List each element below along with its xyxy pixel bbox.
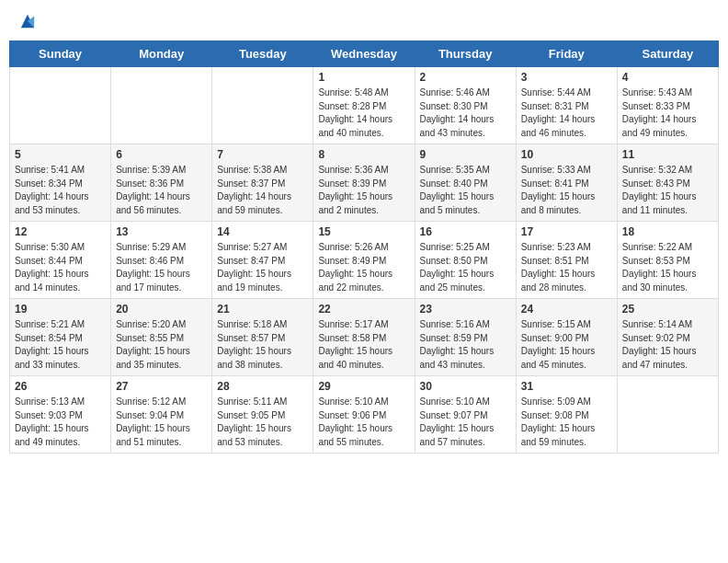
day-number: 4: [622, 71, 713, 84]
day-info: Sunrise: 5:10 AM Sunset: 9:07 PM Dayligh…: [420, 396, 511, 449]
calendar-cell: 24Sunrise: 5:15 AM Sunset: 9:00 PM Dayli…: [516, 299, 617, 376]
calendar-cell: 16Sunrise: 5:25 AM Sunset: 8:50 PM Dayli…: [415, 222, 516, 299]
calendar-cell: 21Sunrise: 5:18 AM Sunset: 8:57 PM Dayli…: [212, 299, 313, 376]
day-number: 16: [420, 225, 511, 238]
day-info: Sunrise: 5:44 AM Sunset: 8:31 PM Dayligh…: [521, 86, 612, 140]
weekday-header-friday: Friday: [516, 41, 617, 67]
weekday-header-saturday: Saturday: [617, 41, 718, 67]
calendar-cell: 10Sunrise: 5:33 AM Sunset: 8:41 PM Dayli…: [516, 144, 617, 222]
calendar-cell: 7Sunrise: 5:38 AM Sunset: 8:37 PM Daylig…: [212, 144, 313, 222]
day-info: Sunrise: 5:10 AM Sunset: 9:06 PM Dayligh…: [318, 396, 409, 449]
day-info: Sunrise: 5:32 AM Sunset: 8:43 PM Dayligh…: [622, 164, 713, 217]
day-number: 23: [420, 303, 511, 316]
calendar-cell: 23Sunrise: 5:16 AM Sunset: 8:59 PM Dayli…: [415, 299, 516, 376]
day-info: Sunrise: 5:29 AM Sunset: 8:46 PM Dayligh…: [116, 241, 207, 294]
day-number: 30: [420, 380, 511, 393]
day-info: Sunrise: 5:38 AM Sunset: 8:37 PM Dayligh…: [217, 164, 308, 217]
day-number: 29: [318, 380, 409, 393]
day-number: 2: [420, 71, 511, 84]
day-info: Sunrise: 5:33 AM Sunset: 8:41 PM Dayligh…: [521, 164, 612, 217]
weekday-header-sunday: Sunday: [10, 41, 111, 67]
calendar-week-row: 5Sunrise: 5:41 AM Sunset: 8:34 PM Daylig…: [10, 144, 719, 222]
day-number: 9: [420, 148, 511, 161]
calendar-cell: 25Sunrise: 5:14 AM Sunset: 9:02 PM Dayli…: [617, 299, 718, 376]
day-info: Sunrise: 5:17 AM Sunset: 8:58 PM Dayligh…: [318, 318, 409, 372]
day-info: Sunrise: 5:39 AM Sunset: 8:36 PM Dayligh…: [116, 164, 207, 217]
day-number: 19: [15, 303, 106, 316]
day-info: Sunrise: 5:43 AM Sunset: 8:33 PM Dayligh…: [622, 86, 713, 140]
day-info: Sunrise: 5:30 AM Sunset: 8:44 PM Dayligh…: [15, 241, 106, 294]
calendar-week-row: 1Sunrise: 5:48 AM Sunset: 8:28 PM Daylig…: [10, 67, 719, 144]
calendar-cell: 14Sunrise: 5:27 AM Sunset: 8:47 PM Dayli…: [212, 222, 313, 299]
calendar-cell: 31Sunrise: 5:09 AM Sunset: 9:08 PM Dayli…: [516, 376, 617, 454]
day-info: Sunrise: 5:21 AM Sunset: 8:54 PM Dayligh…: [15, 318, 106, 372]
calendar-cell: 12Sunrise: 5:30 AM Sunset: 8:44 PM Dayli…: [10, 222, 111, 299]
day-number: 18: [622, 225, 713, 238]
day-info: Sunrise: 5:16 AM Sunset: 8:59 PM Dayligh…: [420, 318, 511, 372]
calendar-cell: 19Sunrise: 5:21 AM Sunset: 8:54 PM Dayli…: [10, 299, 111, 376]
day-number: 5: [15, 148, 106, 161]
day-info: Sunrise: 5:14 AM Sunset: 9:02 PM Dayligh…: [622, 318, 713, 372]
calendar-cell: 8Sunrise: 5:36 AM Sunset: 8:39 PM Daylig…: [313, 144, 415, 222]
day-number: 8: [318, 148, 409, 161]
day-number: 24: [521, 303, 612, 316]
calendar-week-row: 19Sunrise: 5:21 AM Sunset: 8:54 PM Dayli…: [10, 299, 719, 376]
day-info: Sunrise: 5:36 AM Sunset: 8:39 PM Dayligh…: [318, 164, 409, 217]
calendar-cell: 6Sunrise: 5:39 AM Sunset: 8:36 PM Daylig…: [111, 144, 212, 222]
day-number: 31: [521, 380, 612, 393]
day-info: Sunrise: 5:09 AM Sunset: 9:08 PM Dayligh…: [521, 396, 612, 449]
calendar-week-row: 26Sunrise: 5:13 AM Sunset: 9:03 PM Dayli…: [10, 376, 719, 454]
day-info: Sunrise: 5:25 AM Sunset: 8:50 PM Dayligh…: [420, 241, 511, 294]
calendar-cell: 28Sunrise: 5:11 AM Sunset: 9:05 PM Dayli…: [212, 376, 313, 454]
calendar-cell: 15Sunrise: 5:26 AM Sunset: 8:49 PM Dayli…: [313, 222, 415, 299]
calendar-cell: 30Sunrise: 5:10 AM Sunset: 9:07 PM Dayli…: [415, 376, 516, 454]
day-info: Sunrise: 5:12 AM Sunset: 9:04 PM Dayligh…: [116, 396, 207, 449]
day-info: Sunrise: 5:23 AM Sunset: 8:51 PM Dayligh…: [521, 241, 612, 294]
calendar-cell: 20Sunrise: 5:20 AM Sunset: 8:55 PM Dayli…: [111, 299, 212, 376]
day-info: Sunrise: 5:22 AM Sunset: 8:53 PM Dayligh…: [622, 241, 713, 294]
weekday-header-row: SundayMondayTuesdayWednesdayThursdayFrid…: [10, 41, 719, 67]
day-number: 15: [318, 225, 409, 238]
calendar-cell: 11Sunrise: 5:32 AM Sunset: 8:43 PM Dayli…: [617, 144, 718, 222]
page-header: [9, 9, 719, 33]
calendar-cell: 18Sunrise: 5:22 AM Sunset: 8:53 PM Dayli…: [617, 222, 718, 299]
day-info: Sunrise: 5:46 AM Sunset: 8:30 PM Dayligh…: [420, 86, 511, 140]
day-number: 1: [318, 71, 409, 84]
day-number: 27: [116, 380, 207, 393]
calendar-cell: 27Sunrise: 5:12 AM Sunset: 9:04 PM Dayli…: [111, 376, 212, 454]
logo: [17, 13, 36, 29]
day-info: Sunrise: 5:11 AM Sunset: 9:05 PM Dayligh…: [217, 396, 308, 449]
calendar-cell: 3Sunrise: 5:44 AM Sunset: 8:31 PM Daylig…: [516, 67, 617, 144]
weekday-header-thursday: Thursday: [415, 41, 516, 67]
calendar-cell: [10, 67, 111, 144]
day-number: 10: [521, 148, 612, 161]
calendar-week-row: 12Sunrise: 5:30 AM Sunset: 8:44 PM Dayli…: [10, 222, 719, 299]
day-number: 21: [217, 303, 308, 316]
calendar-cell: 9Sunrise: 5:35 AM Sunset: 8:40 PM Daylig…: [415, 144, 516, 222]
calendar-cell: 5Sunrise: 5:41 AM Sunset: 8:34 PM Daylig…: [10, 144, 111, 222]
day-number: 26: [15, 380, 106, 393]
calendar-cell: 26Sunrise: 5:13 AM Sunset: 9:03 PM Dayli…: [10, 376, 111, 454]
calendar-cell: 1Sunrise: 5:48 AM Sunset: 8:28 PM Daylig…: [313, 67, 415, 144]
day-info: Sunrise: 5:18 AM Sunset: 8:57 PM Dayligh…: [217, 318, 308, 372]
calendar-cell: [617, 376, 718, 454]
day-number: 3: [521, 71, 612, 84]
calendar-cell: [212, 67, 313, 144]
day-info: Sunrise: 5:13 AM Sunset: 9:03 PM Dayligh…: [15, 396, 106, 449]
day-number: 20: [116, 303, 207, 316]
day-info: Sunrise: 5:41 AM Sunset: 8:34 PM Dayligh…: [15, 164, 106, 217]
calendar-cell: 17Sunrise: 5:23 AM Sunset: 8:51 PM Dayli…: [516, 222, 617, 299]
day-number: 12: [15, 225, 106, 238]
day-info: Sunrise: 5:15 AM Sunset: 9:00 PM Dayligh…: [521, 318, 612, 372]
day-info: Sunrise: 5:35 AM Sunset: 8:40 PM Dayligh…: [420, 164, 511, 217]
day-number: 7: [217, 148, 308, 161]
day-number: 22: [318, 303, 409, 316]
calendar-table: SundayMondayTuesdayWednesdayThursdayFrid…: [9, 40, 719, 454]
calendar-cell: 22Sunrise: 5:17 AM Sunset: 8:58 PM Dayli…: [313, 299, 415, 376]
day-number: 14: [217, 225, 308, 238]
weekday-header-tuesday: Tuesday: [212, 41, 313, 67]
day-number: 25: [622, 303, 713, 316]
day-info: Sunrise: 5:20 AM Sunset: 8:55 PM Dayligh…: [116, 318, 207, 372]
calendar-cell: [111, 67, 212, 144]
day-info: Sunrise: 5:27 AM Sunset: 8:47 PM Dayligh…: [217, 241, 308, 294]
